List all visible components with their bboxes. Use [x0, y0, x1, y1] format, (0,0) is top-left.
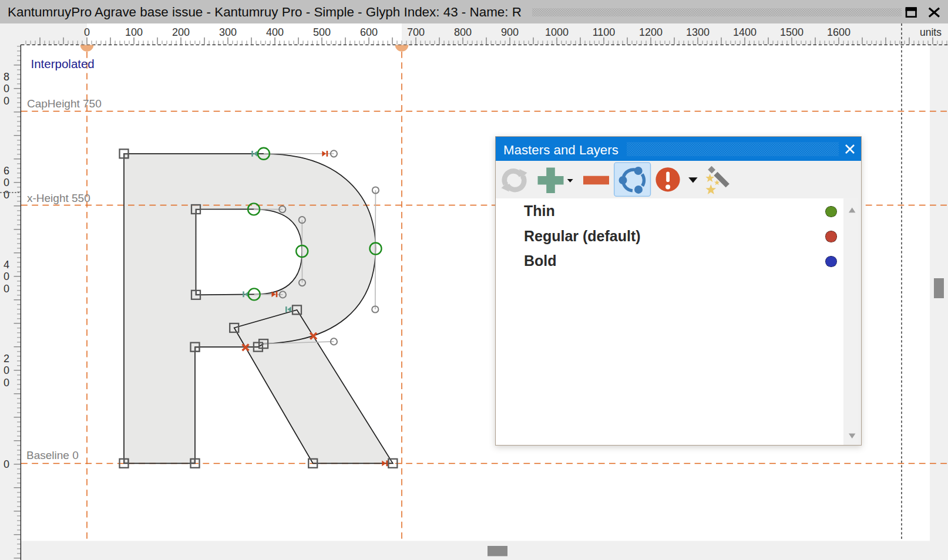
- svg-text:800: 800: [454, 26, 472, 38]
- svg-text:1600: 1600: [827, 26, 850, 38]
- svg-text:0: 0: [4, 189, 9, 201]
- svg-text:0: 0: [4, 95, 9, 107]
- svg-text:1000: 1000: [545, 26, 569, 38]
- svg-text:1100: 1100: [593, 26, 616, 38]
- svg-text:0: 0: [4, 177, 9, 188]
- svg-text:1200: 1200: [639, 26, 663, 38]
- svg-text:0: 0: [4, 83, 9, 95]
- svg-text:1500: 1500: [780, 26, 804, 38]
- svg-text:CapHeight 750: CapHeight 750: [27, 97, 102, 110]
- svg-text:8: 8: [4, 71, 9, 83]
- svg-text:600: 600: [360, 26, 378, 38]
- svg-text:400: 400: [266, 26, 284, 38]
- svg-text:0: 0: [4, 377, 9, 389]
- svg-text:0: 0: [4, 365, 9, 376]
- svg-text:units: units: [920, 26, 942, 38]
- svg-text:200: 200: [172, 26, 190, 38]
- svg-text:4: 4: [4, 259, 9, 271]
- svg-text:Baseline 0: Baseline 0: [26, 449, 79, 461]
- svg-text:2: 2: [4, 353, 9, 365]
- svg-text:0: 0: [4, 271, 9, 282]
- svg-text:500: 500: [313, 26, 331, 38]
- svg-text:1400: 1400: [733, 26, 757, 38]
- svg-text:x-Height 550: x-Height 550: [27, 192, 90, 204]
- svg-text:0: 0: [84, 26, 90, 38]
- svg-text:6: 6: [4, 165, 9, 177]
- svg-text:100: 100: [125, 26, 143, 38]
- svg-text:900: 900: [501, 26, 519, 38]
- svg-text:0: 0: [4, 458, 9, 470]
- svg-text:0: 0: [4, 283, 9, 295]
- svg-text:700: 700: [407, 26, 425, 38]
- svg-text:300: 300: [219, 26, 237, 38]
- svg-text:1300: 1300: [686, 26, 710, 38]
- svg-text:Interpolated: Interpolated: [31, 57, 95, 70]
